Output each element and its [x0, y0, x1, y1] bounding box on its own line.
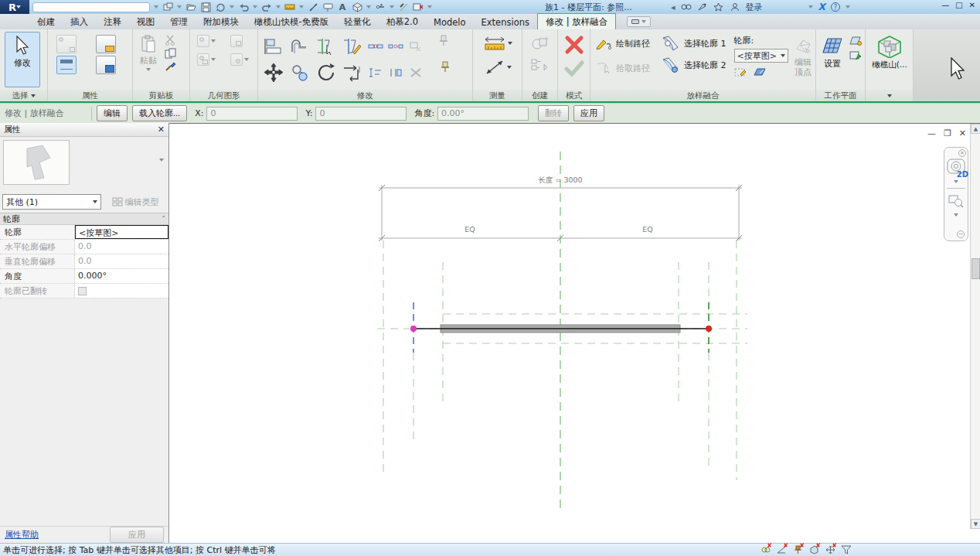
property-row-horizontal-offset[interactable]: 水平轮廓偏移 0.0 — [0, 240, 168, 254]
show-work-plane-icon[interactable] — [849, 36, 862, 46]
steering-wheel-icon[interactable]: 2D — [947, 159, 965, 176]
profile-viewer-icon[interactable] — [753, 67, 767, 77]
synchronize-caret-icon[interactable] — [230, 5, 234, 9]
tab-modify-sweep-blend[interactable]: 修改 | 放样融合 — [537, 13, 616, 29]
infocenter-collapse-icon[interactable]: ◂ — [671, 2, 675, 12]
panel-label-measure[interactable]: 测量 — [473, 90, 522, 101]
properties-apply-button[interactable]: 应用 — [110, 527, 164, 543]
profile-value-cell[interactable]: <按草图> — [75, 225, 168, 239]
redo-caret-icon[interactable] — [276, 5, 281, 9]
load-profile-button[interactable]: 载入轮廓... — [132, 105, 187, 121]
panel-label-sweep-blend[interactable]: 放样融合 — [590, 90, 815, 101]
align-icon[interactable] — [264, 38, 283, 55]
tab-addins[interactable]: 附加模块 — [196, 14, 247, 29]
cut-geometry-icon[interactable] — [197, 35, 209, 47]
sign-in-icon[interactable] — [730, 2, 740, 12]
angle-input[interactable] — [437, 107, 529, 121]
measure-icon[interactable] — [284, 2, 295, 12]
thin-lines-icon[interactable] — [398, 2, 409, 12]
navbar-collapse-icon[interactable]: − — [957, 230, 965, 238]
view-close-icon[interactable]: ✕ — [959, 128, 966, 138]
wall-joins-icon[interactable] — [230, 53, 243, 66]
apply-button[interactable]: 应用 — [573, 105, 604, 121]
property-row-angle[interactable]: 角度 0.000° — [0, 269, 168, 284]
minimize-icon[interactable]: — — [941, 1, 949, 9]
property-row-profile-flipped[interactable]: 轮廓已翻转 — [0, 284, 168, 298]
scroll-down-icon[interactable]: ▼ — [971, 519, 980, 529]
profile-dropdown[interactable]: <按草图> — [734, 49, 788, 63]
tab-bomu[interactable]: 柏慕2.0 — [379, 14, 426, 29]
edit-vertices-button[interactable]: 编辑 顶点 — [793, 35, 813, 90]
property-row-vertical-offset[interactable]: 垂直轮廓偏移 0.0 — [0, 254, 168, 269]
select-underlay-toggle-icon[interactable]: ✘ — [776, 544, 787, 555]
flip-button[interactable]: 翻转 — [538, 105, 569, 121]
properties-help-link[interactable]: 属性帮助 — [5, 529, 39, 541]
wall-joins-caret-icon[interactable] — [244, 58, 249, 61]
help-caret-icon[interactable] — [846, 5, 850, 9]
aligned-dimension-icon[interactable] — [308, 2, 318, 12]
join-geometry-icon[interactable] — [230, 35, 243, 47]
cut-icon[interactable] — [165, 35, 177, 46]
qat-overflow-caret-icon[interactable] — [154, 5, 158, 9]
set-work-plane-button[interactable]: 设置 — [818, 33, 846, 89]
unpin-icon[interactable] — [440, 60, 451, 73]
redo-icon[interactable] — [261, 2, 272, 12]
measure-tool-caret-icon[interactable] — [508, 42, 512, 45]
delete-icon[interactable] — [410, 67, 422, 78]
vertical-scrollbar[interactable]: ▲ ▼ — [970, 124, 980, 529]
array-icon[interactable] — [389, 67, 403, 78]
profile-flipped-checkbox[interactable] — [78, 287, 87, 295]
align-small-icon[interactable] — [369, 67, 383, 78]
vertical-scroll-thumb[interactable] — [971, 258, 980, 279]
paint-caret-icon[interactable] — [211, 58, 216, 61]
tab-olive-quick[interactable]: 橄榄山快模-免费版 — [247, 14, 336, 29]
rotate-icon[interactable] — [316, 63, 336, 83]
default-3d-view-caret-icon[interactable] — [366, 5, 371, 9]
work-plane-viewer-icon[interactable] — [849, 50, 862, 61]
tab-manage[interactable]: 管理 — [162, 14, 196, 29]
tab-create[interactable]: 创建 — [29, 14, 63, 29]
family-types-folder-icon[interactable] — [96, 35, 116, 53]
group-header-profile[interactable]: 轮廓 ˄ — [0, 213, 168, 225]
tab-insert[interactable]: 插入 — [63, 14, 96, 29]
property-row-profile[interactable]: 轮廓 <按草图> — [0, 225, 168, 240]
help-icon[interactable]: ? — [831, 2, 840, 12]
preview-expand-caret-icon[interactable] — [159, 159, 164, 162]
ribbon-display-toggle[interactable] — [627, 16, 651, 27]
edit-profile-icon[interactable] — [734, 67, 748, 77]
tag-icon[interactable] — [322, 2, 333, 12]
panel-label-geometry[interactable]: 几何图形 — [190, 90, 257, 101]
finish-sweep-icon[interactable] — [564, 60, 584, 77]
cut-geometry-caret-icon[interactable] — [211, 39, 216, 43]
panel-label-work-plane[interactable]: 工作平面 — [816, 90, 865, 101]
tab-extensions[interactable]: Extensions — [474, 15, 537, 29]
create-similar-icon[interactable] — [530, 35, 550, 52]
visibility-settings-icon[interactable] — [96, 56, 116, 74]
communication-center-icon[interactable] — [697, 2, 708, 12]
close-inactive-windows-icon[interactable] — [413, 2, 424, 12]
sign-in-label[interactable]: 登录 — [746, 2, 763, 13]
synchronize-icon[interactable] — [215, 2, 226, 12]
section-icon[interactable] — [375, 2, 386, 12]
panel-label-mode[interactable]: 模式 — [558, 90, 590, 101]
sketch-path-button[interactable]: 绘制路径 — [593, 35, 653, 52]
panel-label-olive[interactable] — [866, 90, 913, 101]
cut-small-icon[interactable] — [368, 42, 383, 51]
paint-icon[interactable] — [197, 53, 209, 66]
path-start-point[interactable] — [410, 326, 417, 332]
create-group-icon[interactable] — [530, 58, 550, 73]
unjoin-icon[interactable] — [409, 41, 423, 52]
zoom-region-icon[interactable] — [948, 193, 964, 209]
zoom-caret-icon[interactable] — [954, 213, 958, 217]
type-selector-dropdown[interactable]: 其他 (1) — [2, 194, 101, 210]
y-input[interactable] — [315, 107, 407, 121]
properties-palette-icon[interactable] — [56, 56, 77, 74]
properties-close-icon[interactable]: ✕ — [158, 125, 165, 135]
edit-type-button[interactable]: 编辑类型 — [104, 194, 166, 210]
mirror-icon[interactable] — [342, 63, 362, 82]
edit-button[interactable]: 编辑 — [97, 105, 128, 121]
tab-lightweight[interactable]: 轻量化 — [336, 14, 379, 29]
select-profile-2-button[interactable]: 选择轮廓 2 — [658, 56, 730, 73]
tab-annotate[interactable]: 注释 — [96, 14, 129, 29]
application-menu-button[interactable]: R — [0, 0, 29, 14]
